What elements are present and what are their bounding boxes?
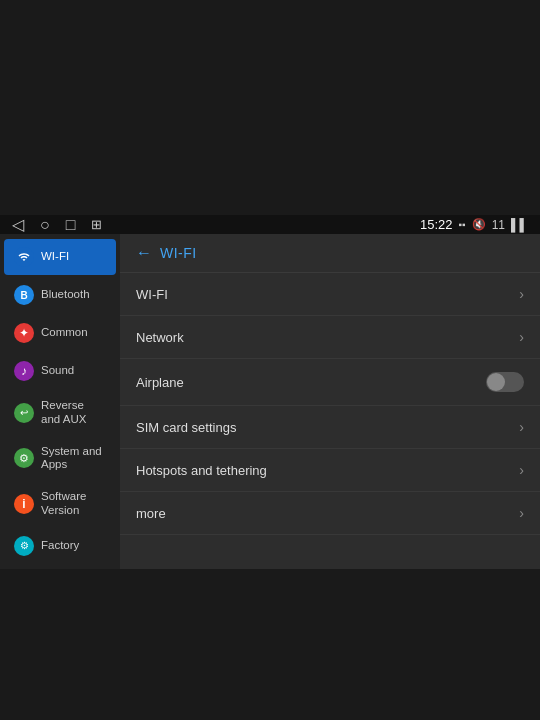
menu-item-more[interactable]: more ›	[120, 492, 540, 535]
main-content: WI-FI B Bluetooth ✦ Common ♪ Sound ↩ Rev…	[0, 234, 540, 569]
sound-icon: ♪	[14, 361, 34, 381]
device-frame: ◁ ○ □ ⊞ 15:22 ▪▪ 🔇 11 ▌▌ WI-FI	[0, 215, 540, 505]
sidebar-reverse-label: Reverse and AUX	[41, 399, 106, 427]
volume-icon: 🔇	[472, 218, 486, 231]
screen-icon[interactable]: ⊞	[91, 217, 102, 232]
nav-icons: ◁ ○ □ ⊞	[12, 215, 102, 234]
sidebar-common-label: Common	[41, 326, 88, 340]
sidebar-item-common[interactable]: ✦ Common	[4, 315, 116, 351]
sidebar: WI-FI B Bluetooth ✦ Common ♪ Sound ↩ Rev…	[0, 234, 120, 569]
system-icon: ⚙	[14, 448, 34, 468]
menu-item-sim[interactable]: SIM card settings ›	[120, 406, 540, 449]
sidebar-item-sound[interactable]: ♪ Sound	[4, 353, 116, 389]
common-icon: ✦	[14, 323, 34, 343]
bluetooth-icon: B	[14, 285, 34, 305]
battery-icon: ▌▌	[511, 218, 528, 232]
signal-icon: ▪▪	[459, 219, 466, 230]
wifi-icon	[14, 247, 34, 267]
airplane-toggle[interactable]	[486, 372, 524, 392]
recents-nav-icon[interactable]: □	[66, 216, 76, 234]
panel-header: ← WI-FI	[120, 234, 540, 273]
sidebar-item-software[interactable]: i Software Version	[4, 482, 116, 526]
menu-list: WI-FI › Network › Airplane SIM	[120, 273, 540, 569]
right-panel: ← WI-FI WI-FI › Network › Airplane	[120, 234, 540, 569]
reverse-icon: ↩	[14, 403, 34, 423]
menu-sim-label: SIM card settings	[136, 420, 236, 435]
menu-airplane-label: Airplane	[136, 375, 184, 390]
sidebar-item-factory[interactable]: ⚙ Factory	[4, 528, 116, 564]
chevron-icon-network: ›	[519, 329, 524, 345]
menu-item-network[interactable]: Network ›	[120, 316, 540, 359]
sidebar-bt-label: Bluetooth	[41, 288, 90, 302]
status-bar: ◁ ○ □ ⊞ 15:22 ▪▪ 🔇 11 ▌▌	[0, 215, 540, 234]
home-nav-icon[interactable]: ○	[40, 216, 50, 234]
menu-wifi-label: WI-FI	[136, 287, 168, 302]
sidebar-factory-label: Factory	[41, 539, 79, 553]
sidebar-item-wifi[interactable]: WI-FI	[4, 239, 116, 275]
menu-item-hotspot[interactable]: Hotspots and tethering ›	[120, 449, 540, 492]
menu-network-label: Network	[136, 330, 184, 345]
chevron-icon-wifi: ›	[519, 286, 524, 302]
sidebar-software-label: Software Version	[41, 490, 106, 518]
panel-back-button[interactable]: ←	[136, 244, 152, 262]
chevron-icon-sim: ›	[519, 419, 524, 435]
sidebar-item-reverse[interactable]: ↩ Reverse and AUX	[4, 391, 116, 435]
time-display: 15:22	[420, 217, 453, 232]
factory-icon: ⚙	[14, 536, 34, 556]
sidebar-wifi-label: WI-FI	[41, 250, 69, 264]
menu-item-airplane[interactable]: Airplane	[120, 359, 540, 406]
sidebar-item-system[interactable]: ⚙ System and Apps	[4, 437, 116, 481]
menu-item-wifi[interactable]: WI-FI ›	[120, 273, 540, 316]
status-right: 15:22 ▪▪ 🔇 11 ▌▌	[420, 217, 528, 232]
sidebar-item-bluetooth[interactable]: B Bluetooth	[4, 277, 116, 313]
toggle-knob	[487, 373, 505, 391]
signal-strength: 11	[492, 218, 505, 232]
airplane-toggle-container	[486, 372, 524, 392]
sidebar-system-label: System and Apps	[41, 445, 106, 473]
sidebar-sound-label: Sound	[41, 364, 74, 378]
menu-hotspot-label: Hotspots and tethering	[136, 463, 267, 478]
back-nav-icon[interactable]: ◁	[12, 215, 24, 234]
chevron-icon-more: ›	[519, 505, 524, 521]
software-icon: i	[14, 494, 34, 514]
panel-title: WI-FI	[160, 245, 197, 261]
chevron-icon-hotspot: ›	[519, 462, 524, 478]
menu-more-label: more	[136, 506, 166, 521]
